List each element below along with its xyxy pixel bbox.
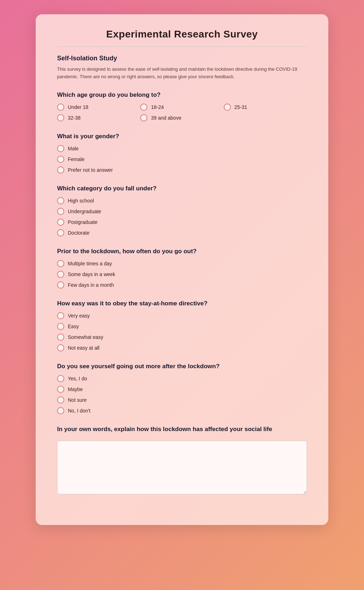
radio-label-prefer-not: Prefer not to answer	[68, 167, 113, 173]
question-text-q4: Prior to the lockdown, how often do you …	[57, 248, 307, 255]
radio-option-very-easy[interactable]: Very easy	[57, 312, 307, 319]
radio-option-somewhat-easy[interactable]: Somewhat easy	[57, 334, 307, 341]
survey-card: Experimental Research Survey Self-Isolat…	[36, 14, 328, 525]
radio-option-postgraduate[interactable]: Postgraduate	[57, 219, 307, 226]
radio-option-multiple-times[interactable]: Multiple times a day	[57, 260, 307, 267]
question-block-q3: Which category do you fall under? High s…	[57, 185, 307, 236]
survey-title: Experimental Research Survey	[57, 29, 307, 40]
radio-input-25-31[interactable]	[224, 104, 231, 111]
radio-option-female[interactable]: Female	[57, 156, 307, 163]
radio-option-not-easy[interactable]: Not easy at all	[57, 344, 307, 351]
radio-label-very-easy: Very easy	[68, 313, 90, 319]
radio-label-doctorate: Doctorate	[68, 230, 90, 236]
radio-input-not-easy[interactable]	[57, 344, 64, 351]
radio-label-female: Female	[68, 156, 85, 162]
question-block-q5: How easy was it to obey the stay-at-home…	[57, 300, 307, 351]
radio-option-18-24[interactable]: 18-24	[140, 104, 223, 111]
survey-description: This survey is designed to assess the ea…	[57, 66, 307, 81]
radio-input-18-24[interactable]	[140, 104, 147, 111]
question-block-q2: What is your gender? Male Female Prefer …	[57, 133, 307, 174]
radio-label-yes-i-do: Yes, I do	[68, 376, 87, 381]
radio-label-32-38: 32-38	[68, 115, 81, 121]
radio-label-multiple-times: Multiple times a day	[68, 261, 112, 266]
radio-input-no-i-dont[interactable]	[57, 407, 64, 414]
radio-input-doctorate[interactable]	[57, 229, 64, 236]
question-text-q5: How easy was it to obey the stay-at-home…	[57, 300, 307, 307]
radio-input-yes-i-do[interactable]	[57, 375, 64, 382]
radio-label-few-days: Few days in a month	[68, 282, 114, 288]
radio-input-somewhat-easy[interactable]	[57, 334, 64, 341]
radio-option-easy[interactable]: Easy	[57, 323, 307, 330]
radio-group-q1: Under 18 18-24 25-31 32-38 39 and above	[57, 104, 307, 121]
question-text-q2: What is your gender?	[57, 133, 307, 140]
radio-option-doctorate[interactable]: Doctorate	[57, 229, 307, 236]
radio-input-undergraduate[interactable]	[57, 208, 64, 215]
radio-label-some-days: Some days in a week	[68, 271, 115, 277]
radio-label-male: Male	[68, 146, 79, 151]
question-block-q4: Prior to the lockdown, how often do you …	[57, 248, 307, 289]
radio-input-postgraduate[interactable]	[57, 219, 64, 226]
radio-input-some-days[interactable]	[57, 271, 64, 278]
question-block-q7: In your own words, explain how this lock…	[57, 426, 307, 496]
radio-input-female[interactable]	[57, 156, 64, 163]
radio-label-18-24: 18-24	[151, 104, 164, 110]
radio-input-under18[interactable]	[57, 104, 64, 111]
radio-label-no-i-dont: No, I don't	[68, 408, 90, 414]
radio-option-39above[interactable]: 39 and above	[140, 114, 223, 121]
radio-label-postgraduate: Postgraduate	[68, 219, 97, 225]
radio-option-not-sure[interactable]: Not sure	[57, 396, 307, 404]
radio-option-prefer-not[interactable]: Prefer not to answer	[57, 166, 307, 174]
radio-option-yes-i-do[interactable]: Yes, I do	[57, 375, 307, 382]
social-life-textarea[interactable]	[57, 441, 307, 494]
radio-option-highschool[interactable]: High school	[57, 197, 307, 204]
question-text-q6: Do you see yourself going out more after…	[57, 363, 307, 370]
radio-input-highschool[interactable]	[57, 197, 64, 204]
radio-input-male[interactable]	[57, 145, 64, 152]
question-text-q1: Which age group do you belong to?	[57, 91, 307, 99]
radio-label-39above: 39 and above	[151, 115, 181, 121]
radio-input-multiple-times[interactable]	[57, 260, 64, 267]
study-subtitle: Self-Isolation Study	[57, 55, 307, 62]
radio-option-no-i-dont[interactable]: No, I don't	[57, 407, 307, 414]
radio-option-maybe[interactable]: Maybe	[57, 386, 307, 393]
radio-option-undergraduate[interactable]: Undergraduate	[57, 208, 307, 215]
radio-label-easy: Easy	[68, 324, 79, 329]
question-text-q3: Which category do you fall under?	[57, 185, 307, 192]
radio-label-somewhat-easy: Somewhat easy	[68, 334, 103, 340]
radio-input-easy[interactable]	[57, 323, 64, 330]
title-divider	[57, 46, 307, 47]
radio-option-few-days[interactable]: Few days in a month	[57, 281, 307, 289]
radio-option-under18[interactable]: Under 18	[57, 104, 140, 111]
radio-input-maybe[interactable]	[57, 386, 64, 393]
question-block-q1: Which age group do you belong to? Under …	[57, 91, 307, 121]
question-text-q7: In your own words, explain how this lock…	[57, 426, 307, 433]
radio-option-25-31[interactable]: 25-31	[224, 104, 307, 111]
radio-input-32-38[interactable]	[57, 114, 64, 121]
radio-label-not-easy: Not easy at all	[68, 345, 100, 351]
question-block-q6: Do you see yourself going out more after…	[57, 363, 307, 414]
radio-group-q5: Very easy Easy Somewhat easy Not easy at…	[57, 312, 307, 351]
radio-label-undergraduate: Undergraduate	[68, 209, 101, 214]
radio-input-prefer-not[interactable]	[57, 166, 64, 174]
radio-input-very-easy[interactable]	[57, 312, 64, 319]
study-section: Self-Isolation Study This survey is desi…	[57, 55, 307, 81]
radio-option-some-days[interactable]: Some days in a week	[57, 271, 307, 278]
radio-label-under18: Under 18	[68, 104, 89, 110]
radio-label-highschool: High school	[68, 198, 94, 204]
radio-group-q3: High school Undergraduate Postgraduate D…	[57, 197, 307, 236]
radio-group-q6: Yes, I do Maybe Not sure No, I don't	[57, 375, 307, 414]
radio-option-male[interactable]: Male	[57, 145, 307, 152]
radio-input-not-sure[interactable]	[57, 396, 64, 404]
radio-group-q4: Multiple times a day Some days in a week…	[57, 260, 307, 289]
radio-label-not-sure: Not sure	[68, 397, 87, 403]
radio-label-25-31: 25-31	[234, 104, 247, 110]
radio-input-39above[interactable]	[140, 114, 147, 121]
radio-group-q2: Male Female Prefer not to answer	[57, 145, 307, 174]
radio-input-few-days[interactable]	[57, 281, 64, 289]
radio-label-maybe: Maybe	[68, 386, 83, 392]
radio-option-32-38[interactable]: 32-38	[57, 114, 140, 121]
